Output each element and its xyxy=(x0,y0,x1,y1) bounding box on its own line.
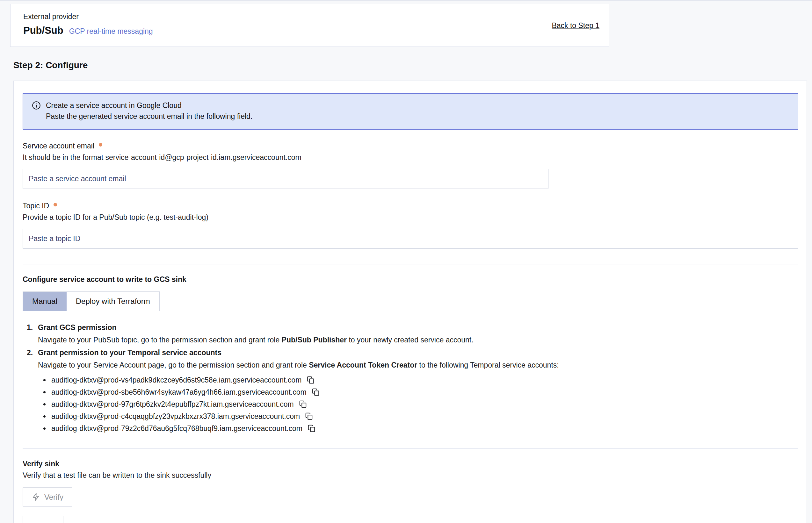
tab-deploy-with-terraform[interactable]: Deploy with Terraform xyxy=(67,292,159,311)
service-account-email-input[interactable] xyxy=(23,169,548,189)
bullet-dot xyxy=(43,379,46,381)
service-account-email-helper: It should be in the format service-accou… xyxy=(23,153,798,162)
provider-card-label: External provider xyxy=(23,13,596,21)
sink-config-tabs: Manual Deploy with Terraform xyxy=(23,291,160,311)
info-circle-icon xyxy=(32,101,41,110)
back-to-step-1-link[interactable]: Back to Step 1 xyxy=(552,21,599,30)
step-title: Grant GCS permission xyxy=(38,323,117,332)
bullet-dot xyxy=(43,403,46,405)
info-banner: Create a service account in Google Cloud… xyxy=(23,93,798,130)
copy-icon[interactable] xyxy=(298,399,308,409)
list-item: auditlog-dktxv@prod-vs4padk9dkczcey6d6st… xyxy=(43,374,798,386)
step-number: 2. xyxy=(27,348,38,358)
copy-icon[interactable] xyxy=(306,423,317,433)
instruction-steps: 1. Grant GCS permission Navigate to your… xyxy=(27,323,798,434)
topic-id-input[interactable] xyxy=(23,229,798,249)
list-item: auditlog-dktxv@prod-c4cqaqgbfzy23vpzkbxz… xyxy=(43,410,798,422)
service-account-email: auditlog-dktxv@prod-c4cqaqgbfzy23vpzkbxz… xyxy=(51,412,300,421)
topic-id-helper: Provide a topic ID for a Pub/Sub topic (… xyxy=(23,213,798,222)
provider-card: External provider Pub/Sub GCP real-time … xyxy=(10,4,609,47)
list-item: auditlog-dktxv@prod-79z2c6d76au6g5fcq768… xyxy=(43,422,798,434)
topic-id-label: Topic ID xyxy=(23,202,49,210)
step-grant-temporal-permission: 2. Grant permission to your Temporal ser… xyxy=(27,348,798,434)
page-title: Step 2: Configure xyxy=(13,60,812,70)
step-body: Navigate to your Service Account page, g… xyxy=(38,360,798,370)
role-name: Service Account Token Creator xyxy=(309,361,417,369)
step-body: Navigate to your PubSub topic, go to the… xyxy=(38,335,798,345)
bullet-dot xyxy=(43,391,46,393)
copy-icon[interactable] xyxy=(306,375,316,385)
step-number: 1. xyxy=(27,323,38,332)
service-account-email: auditlog-dktxv@prod-79z2c6d76au6g5fcq768… xyxy=(51,424,302,433)
provider-name: Pub/Sub xyxy=(23,25,64,36)
step-title: Grant permission to your Temporal servic… xyxy=(38,348,222,358)
service-account-email: auditlog-dktxv@prod-97gr6tp6zkv2t4epubff… xyxy=(51,400,294,409)
verify-sink-helper: Verify that a test file can be written t… xyxy=(23,471,798,480)
configure-section-title: Configure service account to write to GC… xyxy=(23,275,798,284)
role-name: Pub/Sub Publisher xyxy=(282,336,347,344)
service-account-email: auditlog-dktxv@prod-sbe56h6wr4sykaw47a6y… xyxy=(51,388,306,397)
lightning-bolt-icon xyxy=(32,493,40,501)
bullet-dot xyxy=(43,428,46,430)
list-item: auditlog-dktxv@prod-sbe56h6wr4sykaw47a6y… xyxy=(43,386,798,398)
list-item: auditlog-dktxv@prod-97gr6tp6zkv2t4epubff… xyxy=(43,398,798,410)
create-button[interactable]: Create xyxy=(23,516,64,523)
verify-sink-title: Verify sink xyxy=(23,459,798,468)
step-grant-gcs-permission: 1. Grant GCS permission Navigate to your… xyxy=(27,323,798,345)
provider-description: GCP real-time messaging xyxy=(69,27,153,36)
verify-button[interactable]: Verify xyxy=(23,487,72,507)
info-banner-body: Paste the generated service account emai… xyxy=(46,110,252,122)
bullet-dot xyxy=(43,415,46,418)
copy-icon[interactable] xyxy=(304,411,314,421)
required-dot xyxy=(54,203,57,206)
service-account-email: auditlog-dktxv@prod-vs4padk9dkczcey6d6st… xyxy=(51,376,301,384)
info-banner-title: Create a service account in Google Cloud xyxy=(46,100,252,110)
service-account-email-label: Service account email xyxy=(23,142,94,150)
tab-manual[interactable]: Manual xyxy=(23,292,67,311)
required-dot xyxy=(99,143,102,146)
copy-icon[interactable] xyxy=(311,387,321,397)
service-account-list: auditlog-dktxv@prod-vs4padk9dkczcey6d6st… xyxy=(43,374,798,434)
configure-card: Create a service account in Google Cloud… xyxy=(13,80,807,523)
